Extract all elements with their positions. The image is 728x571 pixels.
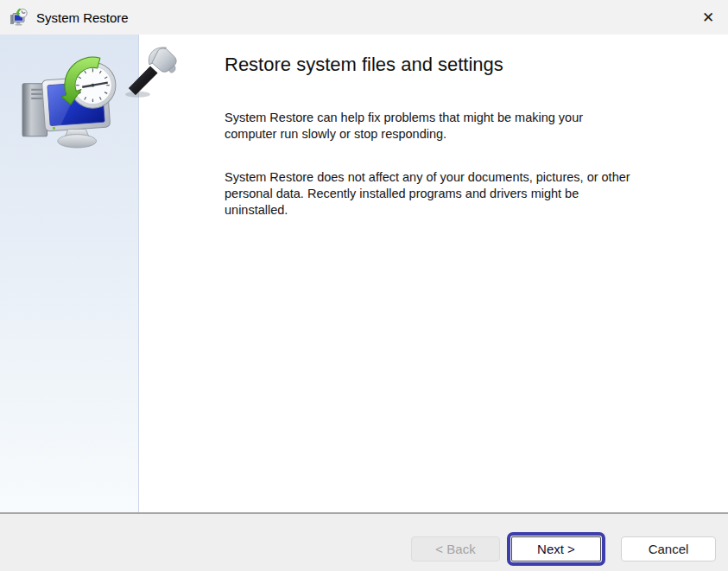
titlebar: System Restore ✕ bbox=[0, 0, 728, 35]
hammer-icon bbox=[123, 43, 180, 98]
close-icon[interactable]: ✕ bbox=[688, 0, 728, 35]
body-paragraph-1: System Restore can help fix problems tha… bbox=[225, 110, 708, 143]
cancel-button[interactable]: Cancel bbox=[621, 536, 716, 561]
wizard-button-bar bbox=[0, 512, 728, 571]
next-button[interactable]: Next > bbox=[511, 536, 601, 561]
system-restore-app-icon bbox=[9, 8, 28, 27]
page-title: Restore system files and settings bbox=[225, 53, 503, 76]
window-title: System Restore bbox=[36, 10, 129, 25]
body-paragraph-2: System Restore does not affect any of yo… bbox=[225, 169, 708, 219]
system-restore-illustration-icon bbox=[21, 52, 119, 150]
system-restore-window: System Restore ✕ bbox=[0, 0, 728, 571]
back-button: < Back bbox=[411, 536, 500, 561]
wizard-content-area bbox=[139, 35, 728, 512]
